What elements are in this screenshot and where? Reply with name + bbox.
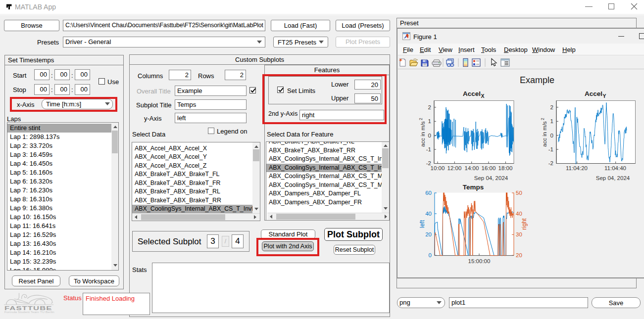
- svg-text:40: 40: [425, 211, 432, 217]
- svg-text:18:00: 18:00: [498, 165, 513, 171]
- svg-text:-1: -1: [426, 146, 431, 152]
- svg-text:0: 0: [550, 133, 553, 138]
- svg-text:Y: Y: [602, 93, 606, 99]
- svg-text:Sep 04, 2024: Sep 04, 2024: [474, 175, 508, 181]
- svg-text:Accel: Accel: [585, 90, 602, 97]
- svg-text:2: 2: [418, 118, 423, 120]
- svg-text:2: 2: [428, 104, 431, 110]
- svg-text:20: 20: [425, 231, 432, 237]
- svg-text:14:00: 14:00: [465, 165, 479, 171]
- svg-text:20: 20: [516, 252, 522, 258]
- svg-text:11:04:40: 11:04:40: [604, 165, 626, 171]
- svg-text:Formula Student Team TU Berlin: Formula Student Team TU Berlin: [4, 311, 54, 314]
- svg-text:right: right: [521, 218, 528, 230]
- svg-text:Accel: Accel: [463, 90, 481, 97]
- svg-text:60: 60: [425, 190, 432, 196]
- svg-text:50: 50: [516, 190, 522, 196]
- svg-text:0: 0: [428, 133, 431, 138]
- svg-text:16:00: 16:00: [482, 165, 496, 171]
- svg-text:Sep 04, 2024: Sep 04, 2024: [596, 175, 630, 181]
- svg-text:2: 2: [540, 118, 545, 120]
- svg-text:1: 1: [550, 118, 553, 124]
- svg-text:10:00: 10:00: [431, 165, 445, 171]
- svg-text:11:04:20: 11:04:20: [566, 165, 588, 171]
- svg-text:-1: -1: [548, 146, 553, 152]
- svg-text:left: left: [419, 220, 426, 228]
- svg-text:X: X: [481, 93, 484, 99]
- svg-text:2: 2: [550, 104, 553, 110]
- svg-text:acc in m/s: acc in m/s: [542, 121, 547, 147]
- svg-text:acc in m/s: acc in m/s: [420, 121, 426, 147]
- svg-text:0: 0: [429, 252, 432, 258]
- svg-text:40: 40: [516, 211, 522, 217]
- svg-text:12:00: 12:00: [447, 165, 462, 171]
- svg-text:Example: Example: [520, 75, 554, 85]
- svg-text:Temps: Temps: [463, 183, 484, 191]
- svg-text:1: 1: [428, 118, 431, 124]
- svg-text:15:00:00: 15:00:00: [468, 258, 491, 264]
- svg-text:-2: -2: [548, 160, 553, 166]
- svg-text:30: 30: [516, 231, 522, 237]
